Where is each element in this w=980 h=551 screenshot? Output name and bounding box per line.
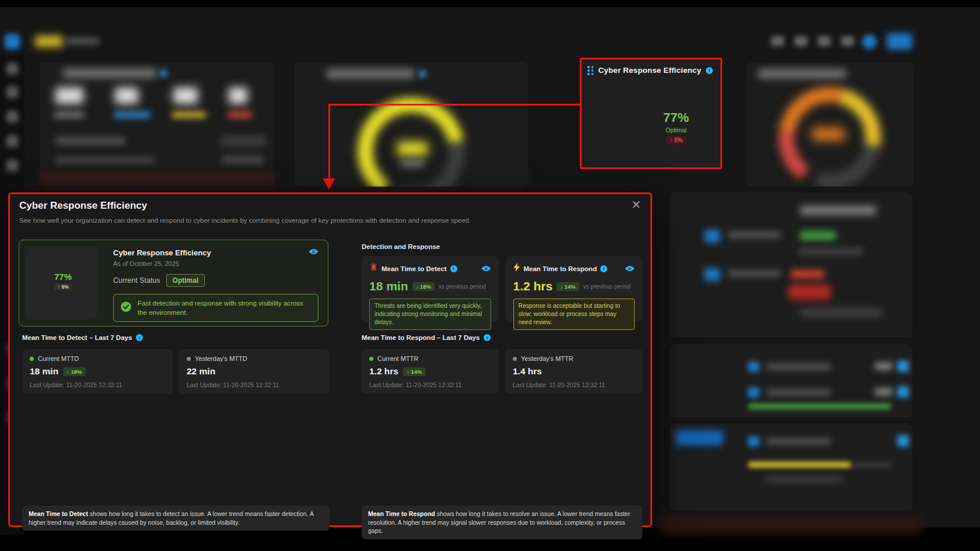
gauge-delta-badge: ↑ 5%: [666, 136, 687, 145]
blurred-card-gauge-right: [747, 62, 913, 187]
mttd-area-chart: [22, 399, 330, 492]
stat-label: Current MTTD: [38, 355, 79, 362]
delta-value: 5%: [674, 137, 682, 143]
info-icon[interactable]: [706, 67, 713, 74]
close-button[interactable]: ✕: [631, 199, 641, 210]
widget-title: Cyber Response Efficiency: [598, 66, 702, 75]
eye-icon[interactable]: [625, 265, 635, 272]
blurred-blob: [800, 206, 876, 215]
status-badge: Optimal: [166, 274, 205, 287]
blurred-blob: [54, 112, 85, 118]
summary-card: 77% ↑ 5% Cyber Response Efficiency As of: [19, 240, 328, 327]
gauge-value: 77%: [663, 110, 689, 125]
gauge-center: 77% ↑ 5%: [29, 272, 97, 290]
blurred-blob: [173, 87, 198, 104]
blurred-blob: [228, 112, 252, 118]
blurred-blob: [40, 172, 274, 184]
eye-icon[interactable]: [481, 265, 491, 272]
green-dot-icon: [30, 357, 34, 361]
blurred-blob: [6, 111, 18, 122]
blurred-blob: [812, 128, 845, 141]
info-icon[interactable]: [136, 334, 143, 341]
blurred-blob: [897, 435, 909, 447]
drag-handle-icon[interactable]: [587, 66, 594, 75]
blurred-blob: [818, 36, 831, 46]
delta-arrow-icon: ↑: [670, 137, 673, 143]
mttd-message: Threats are being identified very quickl…: [369, 299, 491, 330]
delta-value: 5%: [61, 284, 68, 290]
blurred-blob: [789, 285, 831, 300]
footer-lead: Mean Time to Detect: [29, 510, 88, 517]
widget-header: Cyber Response Efficiency: [582, 59, 720, 75]
last-update: Last Update: 11-20-2025 12:32:11: [513, 381, 635, 388]
blurred-blob: [65, 38, 99, 44]
blurred-blob: [220, 135, 266, 147]
yesterday-mttr-card: Yesterday's MTTR 1.4 hrs Last Update: 11…: [505, 349, 642, 394]
detection-response-section: Detection and Response Mean Time to Dete…: [362, 243, 642, 321]
blurred-blob: [799, 248, 863, 254]
blurred-blob: [63, 69, 156, 78]
stat-value: 18 min: [30, 366, 58, 377]
blurred-blob: [676, 430, 723, 445]
blurred-blob: [887, 33, 912, 50]
blurred-blob: [758, 69, 846, 78]
mttr-section-heading: Mean Time to Respond – Last 7 Days: [362, 334, 480, 341]
screen: Cyber Response Efficiency 77% Optimal ↑ …: [0, 0, 980, 551]
delta-arrow-icon: ↑: [57, 284, 60, 290]
siren-icon: [369, 263, 378, 274]
last-update: Last Update: 11-20-2025 12:32:11: [30, 381, 165, 388]
blurred-blob: [728, 232, 780, 238]
blurred-blob: [766, 477, 842, 482]
blurred-blob: [6, 63, 18, 75]
blurred-blob: [841, 36, 854, 46]
blurred-blob: [705, 230, 720, 243]
info-icon[interactable]: [450, 265, 457, 272]
blurred-blob: [172, 112, 206, 118]
yesterday-mttd-card: Yesterday's MTTD 22 min Last Update: 11-…: [179, 349, 330, 394]
gauge-center: 77% Optimal ↑ 5%: [633, 110, 719, 145]
summary-gauge-panel: 77% ↑ 5%: [25, 247, 97, 320]
blurred-blob: [40, 62, 274, 186]
blurred-blob: [748, 362, 760, 372]
eye-icon[interactable]: [309, 248, 318, 255]
stat-value: 1.4 hrs: [513, 366, 542, 377]
blurred-blob: [897, 360, 909, 372]
summary-message: Fast detection and response with strong …: [138, 299, 312, 317]
blurred-blob: [6, 160, 18, 171]
mttd-value: 18 min: [369, 279, 408, 293]
blurred-blob: [160, 69, 167, 77]
stat-label: Current MTTR: [377, 355, 418, 362]
blurred-blob: [766, 364, 831, 370]
mttd-footer-note: Mean Time to Detect shows how long it ta…: [22, 506, 330, 531]
annotation-connector-horizontal: [328, 104, 580, 106]
current-mttr-card: Current MTTR 1.2 hrs ↓ 14% Last Update: …: [362, 349, 499, 394]
summary-as-of: As of October 25, 2025: [113, 260, 318, 267]
current-status-label: Current Status: [113, 276, 160, 285]
cyber-response-efficiency-modal: Cyber Response Efficiency See how well y…: [8, 192, 652, 527]
last-update: Last Update: 11-20-2025 12:32:11: [187, 381, 322, 388]
mttr-kpi-card: Mean Time to Respond 1.2 hrs ↓ 14% vs pr…: [506, 256, 643, 321]
blurred-blob: [875, 363, 892, 370]
mttd-label: Mean Time to Detect: [382, 265, 447, 272]
detection-response-heading: Detection and Response: [362, 243, 642, 250]
annotation-arrow-down-icon: [323, 178, 335, 189]
blurred-blob: [401, 160, 424, 166]
blurred-blob: [794, 36, 807, 46]
gray-dot-icon: [513, 357, 517, 361]
blurred-blob: [397, 142, 428, 156]
blurred-blob: [862, 34, 877, 49]
blurred-blob: [852, 462, 891, 468]
blurred-blob: [114, 112, 150, 118]
blurred-blob: [728, 271, 780, 276]
info-icon[interactable]: [600, 265, 607, 272]
blurred-blob: [766, 438, 831, 444]
blurred-blob: [897, 386, 909, 398]
stat-label: Yesterday's MTTD: [195, 355, 247, 362]
blurred-blob: [6, 135, 18, 147]
info-icon[interactable]: [484, 334, 491, 341]
cyber-response-efficiency-widget: Cyber Response Efficiency 77% Optimal ↑ …: [580, 58, 722, 169]
blurred-blob: [419, 70, 426, 78]
mttd-kpi-card: Mean Time to Detect 18 min ↓ 18% vs prev…: [362, 256, 499, 321]
blurred-blob: [229, 87, 247, 104]
blurred-blob: [875, 388, 892, 395]
